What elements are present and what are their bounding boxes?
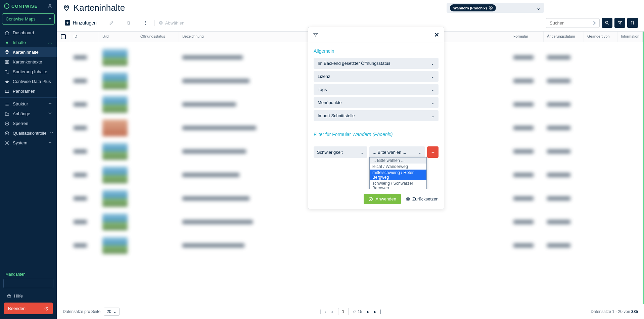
user-icon[interactable]: [47, 3, 53, 9]
svg-point-12: [6, 142, 8, 144]
gear-icon[interactable]: [593, 21, 597, 25]
nav-inhalte[interactable]: Inhalte ︿: [0, 38, 57, 47]
workspace-selector[interactable]: Contwise Maps ▾: [2, 13, 55, 25]
th-bild[interactable]: Bild: [99, 32, 137, 42]
page-input[interactable]: [338, 308, 349, 315]
check-circle-icon: [5, 131, 9, 136]
dropdown-option-leicht[interactable]: leicht / Wanderweg: [370, 164, 426, 170]
acc-tags[interactable]: Tags⌄: [314, 84, 439, 95]
svg-point-14: [9, 297, 9, 297]
filter-panel-body: Allgemein Im Backend gesetzter Öffnungss…: [308, 43, 444, 189]
nav-sperren[interactable]: Sperren: [0, 119, 57, 128]
page-first-icon[interactable]: ⎸◂: [320, 309, 326, 315]
brand-text: CONTWISE: [11, 4, 38, 9]
more-icon[interactable]: ⋮: [141, 18, 150, 28]
panorama-icon: [5, 89, 9, 94]
th-formular[interactable]: Formular: [510, 32, 544, 42]
chevron-down-icon: ⌄: [418, 150, 422, 155]
sort-button[interactable]: [627, 18, 638, 28]
th-by[interactable]: Geändert von: [584, 32, 617, 42]
svg-point-1: [6, 42, 8, 44]
exit-button[interactable]: Beenden: [4, 303, 53, 314]
nav: Dashboard Inhalte ︿ Karteninhalte Karten…: [0, 28, 57, 268]
records-summary: Datensätze 1 - 20 von 285: [591, 309, 638, 314]
nav-qk[interactable]: Qualitätskontrolle ﹀: [0, 128, 57, 138]
filter-field-select[interactable]: Schwierigkeit ⌄: [314, 146, 367, 158]
chevron-down-icon: ⌄: [431, 61, 434, 66]
x-circle-icon: [158, 20, 163, 25]
minus-icon: [431, 150, 435, 154]
chevron-down-icon: ﹀: [50, 131, 53, 136]
acc-status[interactable]: Im Backend gesetzter Öffnungsstatus⌄: [314, 58, 439, 69]
dropdown-option-mittel[interactable]: mittelschwierig / Roter Bergweg: [370, 170, 426, 180]
deselect-button[interactable]: Abwählen: [158, 20, 184, 26]
chevron-down-icon: ⌄: [431, 74, 434, 79]
close-icon[interactable]: ✕: [434, 31, 439, 39]
chevron-down-icon: ⌄: [536, 5, 541, 11]
svg-point-17: [594, 22, 595, 23]
help-icon: [7, 294, 11, 299]
search-icon: [605, 20, 609, 25]
page-prev-icon[interactable]: ◂: [331, 309, 333, 314]
filter-value-select[interactable]: ... Bitte wählen ... ⌄: [369, 146, 425, 158]
select-all-checkbox[interactable]: [61, 34, 66, 39]
edit-icon[interactable]: [107, 18, 116, 27]
acc-lizenz[interactable]: Lizenz⌄: [314, 71, 439, 82]
page-last-icon[interactable]: ▸⎹: [374, 309, 380, 315]
chevron-down-icon: ⌄: [360, 150, 364, 155]
form-filter-selector[interactable]: Wandern (Phoenix) ⓧ ⌄: [447, 3, 544, 13]
trash-icon[interactable]: [124, 18, 133, 27]
chevron-down-icon: ⌄: [431, 87, 434, 92]
dot-icon: [5, 40, 9, 45]
filter-panel-header: ✕: [308, 27, 444, 43]
nav-panoramen[interactable]: Panoramen: [0, 86, 57, 96]
search-input[interactable]: [546, 18, 600, 28]
divider: [0, 97, 57, 98]
page-of: of 15: [353, 309, 362, 314]
acc-menu[interactable]: Menüpunkte⌄: [314, 97, 439, 108]
nav-struktur[interactable]: Struktur ﹀: [0, 99, 57, 109]
th-date[interactable]: Änderungsdatum: [544, 32, 584, 42]
svg-rect-3: [5, 60, 7, 63]
th-info[interactable]: Information: [617, 32, 643, 42]
nav-sortierung[interactable]: Sortierung Inhalte: [0, 67, 57, 77]
chevron-down-icon: ﹀: [48, 101, 52, 106]
add-button[interactable]: + Hinzufügen: [63, 19, 99, 27]
dropdown-option-placeholder[interactable]: ... Bitte wählen ...: [370, 157, 426, 164]
nav-dataplus[interactable]: Contwise Data Plus: [0, 77, 57, 86]
pin-icon: [63, 4, 70, 12]
acc-import[interactable]: Import Schnittstelle⌄: [314, 110, 439, 121]
per-page-select[interactable]: 20 ⌄: [104, 308, 120, 316]
divider: [103, 20, 103, 26]
nav-karteninhalte[interactable]: Karteninhalte: [0, 47, 57, 57]
filter-delete-button[interactable]: [427, 146, 439, 158]
nav-anhaenge[interactable]: Anhänge ﹀: [0, 109, 57, 119]
filter-row: Schwierigkeit ⌄ ... Bitte wählen ... ⌄ .…: [308, 141, 444, 163]
apply-button[interactable]: Anwenden: [364, 194, 401, 204]
dropdown-option-schwer[interactable]: schwierig / Schwarzer Bergweg: [370, 180, 426, 189]
page-next-icon[interactable]: ▸: [367, 309, 369, 314]
page-title: Karteninhalte: [74, 3, 125, 13]
pin-icon: [5, 50, 9, 55]
help-link[interactable]: Hilfe: [2, 291, 55, 301]
nav-dashboard[interactable]: Dashboard: [0, 28, 57, 38]
svg-point-11: [5, 131, 9, 135]
svg-rect-5: [5, 90, 9, 92]
nav-system[interactable]: System ﹀: [0, 138, 57, 148]
th-status[interactable]: Öffnungsstatus: [137, 32, 179, 42]
block-icon: [5, 121, 9, 126]
plus-icon: +: [65, 20, 70, 26]
reset-button[interactable]: Zurücksetzen: [406, 196, 439, 201]
gear-icon: [5, 141, 9, 145]
filter-button[interactable]: [614, 18, 625, 28]
x-circle-icon: [406, 197, 410, 201]
search-wrap: [546, 18, 600, 28]
tenant-input[interactable]: [3, 279, 53, 288]
chevron-up-icon: ︿: [48, 40, 52, 45]
search-button[interactable]: [602, 18, 612, 28]
footer: Datensätze pro Seite 20 ⌄ ⎸◂ ◂ of 15 ▸ ▸…: [57, 304, 644, 319]
tag-remove-icon[interactable]: ⓧ: [489, 5, 493, 10]
th-id[interactable]: ID: [70, 32, 99, 42]
nav-kartenkontexte[interactable]: Kartenkontexte: [0, 57, 57, 67]
th-bezeichnung[interactable]: Bezeichnung: [179, 32, 308, 42]
